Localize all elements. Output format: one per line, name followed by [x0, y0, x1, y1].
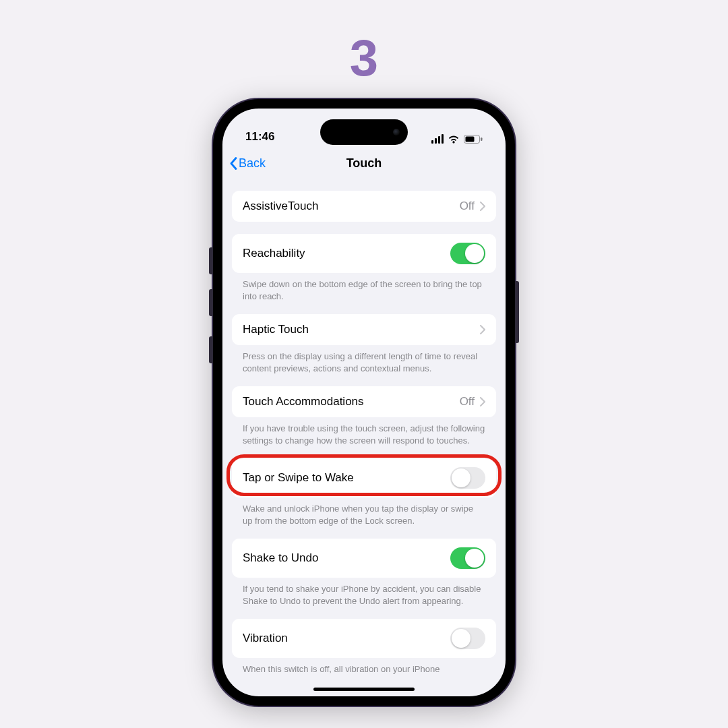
- row-vibration[interactable]: Vibration: [232, 619, 496, 658]
- group-assistive: AssistiveTouch Off: [232, 191, 496, 222]
- row-haptic-touch[interactable]: Haptic Touch: [232, 314, 496, 345]
- row-reachability[interactable]: Reachability: [232, 234, 496, 273]
- toggle-tap-swipe-wake[interactable]: [450, 467, 485, 489]
- dynamic-island: [320, 119, 408, 145]
- row-value: Off: [460, 395, 475, 408]
- row-tap-swipe-wake[interactable]: Tap or Swipe to Wake: [232, 458, 496, 497]
- chevron-right-icon: [480, 325, 485, 334]
- row-label: Tap or Swipe to Wake: [243, 471, 354, 485]
- group-accommodations: Touch Accommodations Off If you have tro…: [232, 386, 496, 446]
- footer-reachability: Swipe down on the bottom edge of the scr…: [232, 273, 496, 302]
- footer-haptic: Press on the display using a different l…: [232, 345, 496, 374]
- chevron-right-icon: [480, 397, 485, 406]
- settings-content: AssistiveTouch Off Reachability Swipe do…: [222, 179, 506, 675]
- svg-rect-2: [481, 138, 483, 141]
- row-assistivetouch[interactable]: AssistiveTouch Off: [232, 191, 496, 222]
- toggle-shake-undo[interactable]: [450, 547, 485, 569]
- screen: 11:46 Back: [222, 109, 506, 696]
- footer-shake: If you tend to shake your iPhone by acci…: [232, 578, 496, 607]
- toggle-vibration[interactable]: [450, 628, 485, 649]
- status-right: [431, 134, 483, 144]
- status-time: 11:46: [245, 130, 274, 144]
- chevron-right-icon: [480, 202, 485, 211]
- svg-rect-1: [466, 136, 475, 142]
- row-label: Reachability: [243, 247, 305, 260]
- row-shake-undo[interactable]: Shake to Undo: [232, 539, 496, 578]
- row-value: Off: [460, 200, 475, 213]
- row-label: Vibration: [243, 632, 288, 645]
- footer-tapwake: Wake and unlock iPhone when you tap the …: [232, 497, 496, 526]
- chevron-left-icon: [229, 156, 237, 170]
- group-haptic: Haptic Touch Press on the display using …: [232, 314, 496, 374]
- wifi-icon: [448, 135, 460, 144]
- group-tapwake: Tap or Swipe to Wake Wake and unlock iPh…: [232, 458, 496, 526]
- back-label: Back: [239, 156, 266, 171]
- page-title: Touch: [346, 156, 382, 171]
- step-number: 3: [350, 28, 378, 87]
- battery-icon: [464, 135, 483, 144]
- phone-frame: 11:46 Back: [213, 99, 515, 706]
- toggle-reachability[interactable]: [450, 243, 485, 264]
- home-indicator: [313, 688, 415, 691]
- row-label: Shake to Undo: [243, 551, 318, 565]
- nav-bar: Back Touch: [222, 148, 506, 179]
- back-button[interactable]: Back: [229, 156, 266, 171]
- row-label: AssistiveTouch: [243, 200, 318, 213]
- footer-accommodations: If you have trouble using the touch scre…: [232, 417, 496, 446]
- group-shake: Shake to Undo If you tend to shake your …: [232, 539, 496, 607]
- row-label: Touch Accommodations: [243, 395, 364, 408]
- group-reachability: Reachability Swipe down on the bottom ed…: [232, 234, 496, 302]
- footer-vibration: When this switch is off, all vibration o…: [232, 658, 496, 675]
- row-touch-accommodations[interactable]: Touch Accommodations Off: [232, 386, 496, 417]
- cellular-icon: [431, 134, 444, 144]
- group-vibration: Vibration When this switch is off, all v…: [232, 619, 496, 675]
- row-label: Haptic Touch: [243, 323, 309, 336]
